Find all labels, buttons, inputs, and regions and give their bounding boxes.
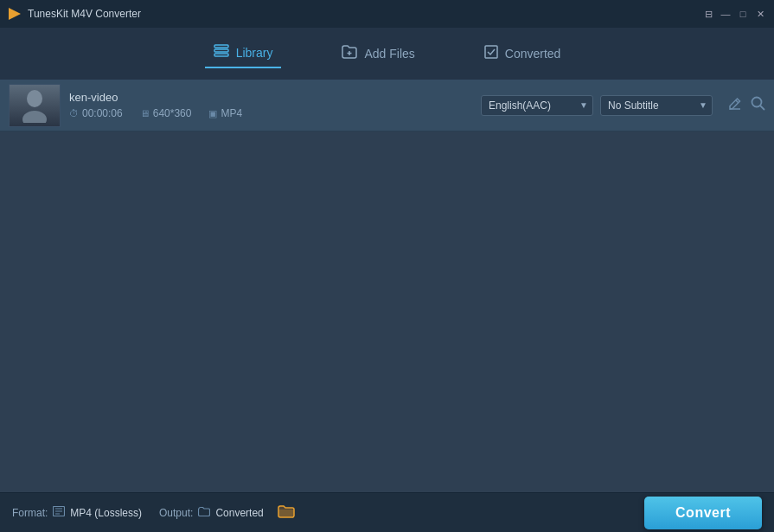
output-folder-icon: [198, 506, 210, 519]
nav-library[interactable]: Library: [205, 39, 282, 68]
table-row: ken-video ⏱ 00:00:06 🖥 640*360 ▣ MP4: [0, 80, 774, 131]
thumbnail-image: [10, 85, 60, 126]
svg-line-9: [736, 99, 739, 102]
converted-label: Converted: [505, 47, 561, 61]
status-output: Output: Converted: [159, 504, 295, 522]
nav-add-files[interactable]: Add Files: [333, 40, 423, 67]
title-bar-controls: ⊟ — □ ✕: [701, 7, 767, 21]
format-label: Format:: [12, 507, 48, 519]
add-files-icon: [342, 45, 357, 62]
svg-rect-1: [214, 45, 228, 48]
library-icon: [214, 44, 229, 61]
app-title: TunesKit M4V Converter: [28, 8, 141, 20]
svg-marker-0: [9, 8, 21, 20]
content-area: ken-video ⏱ 00:00:06 🖥 640*360 ▣ MP4: [0, 80, 774, 492]
status-format: Format: MP4 (Lossless): [12, 506, 142, 519]
title-bar: TunesKit M4V Converter ⊟ — □ ✕: [0, 0, 774, 28]
format-value: MP4 (Lossless): [70, 507, 142, 519]
video-meta: ⏱ 00:00:06 🖥 640*360 ▣ MP4: [69, 107, 472, 119]
app-logo: [7, 6, 22, 22]
subtitle-select-wrap: No Subtitle English French ▼: [600, 95, 713, 116]
convert-button[interactable]: Convert: [644, 497, 762, 529]
svg-rect-6: [485, 46, 497, 58]
library-label: Library: [236, 46, 273, 60]
svg-point-11: [752, 98, 762, 107]
audio-select-wrap: English(AAC) French(AAC) Spanish(AAC) ▼: [481, 95, 593, 116]
maximize-button[interactable]: □: [736, 7, 750, 21]
nav-bar: Library Add Files Converted: [0, 28, 774, 80]
video-duration: 00:00:06: [82, 107, 123, 119]
svg-point-7: [27, 90, 42, 107]
video-format: MP4: [221, 107, 242, 119]
clock-icon: ⏱: [69, 108, 79, 119]
resolution-icon: 🖥: [140, 108, 150, 119]
svg-point-8: [22, 111, 47, 123]
output-value: Converted: [215, 507, 263, 519]
video-info: ken-video ⏱ 00:00:06 🖥 640*360 ▣ MP4: [69, 91, 472, 119]
format-meta: ▣ MP4: [208, 107, 242, 119]
output-label: Output:: [159, 507, 193, 519]
status-bar: Format: MP4 (Lossless) Output: Converted: [0, 492, 774, 532]
title-bar-left: TunesKit M4V Converter: [7, 6, 141, 22]
svg-rect-2: [214, 49, 228, 52]
subtitle-select[interactable]: No Subtitle English French: [600, 95, 713, 116]
video-name: ken-video: [69, 91, 472, 104]
duration-meta: ⏱ 00:00:06: [69, 107, 123, 119]
video-resolution: 640*360: [153, 107, 192, 119]
search-icon[interactable]: [751, 96, 765, 114]
browse-folder-icon[interactable]: [278, 504, 295, 522]
settings-button[interactable]: ⊟: [701, 7, 715, 21]
video-selects: English(AAC) French(AAC) Spanish(AAC) ▼ …: [481, 95, 713, 116]
row-actions: [728, 96, 765, 114]
edit-icon[interactable]: [728, 97, 742, 114]
nav-converted[interactable]: Converted: [476, 40, 570, 67]
svg-rect-3: [214, 54, 228, 56]
resolution-meta: 🖥 640*360: [140, 107, 192, 119]
audio-select[interactable]: English(AAC) French(AAC) Spanish(AAC): [481, 95, 593, 116]
format-icon: ▣: [208, 108, 217, 119]
svg-line-12: [760, 106, 764, 110]
video-thumbnail: [9, 84, 61, 127]
add-files-label: Add Files: [364, 47, 414, 61]
minimize-button[interactable]: —: [719, 7, 732, 21]
close-button[interactable]: ✕: [753, 7, 767, 21]
format-icon-status: [53, 506, 65, 519]
converted-icon: [484, 45, 498, 62]
